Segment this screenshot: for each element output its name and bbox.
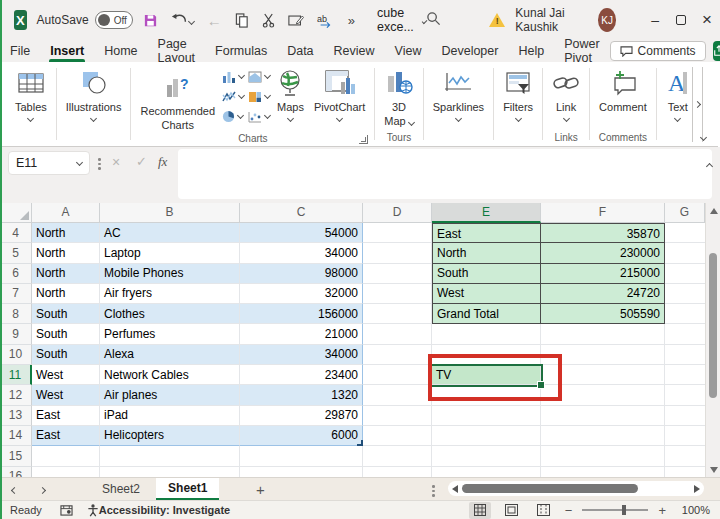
charts-dialog-launcher[interactable] — [359, 135, 368, 144]
column-header-d[interactable]: D — [363, 203, 432, 223]
cell[interactable]: AC — [100, 223, 240, 243]
excel-app-icon[interactable]: X — [14, 10, 27, 30]
cell[interactable] — [363, 264, 432, 284]
cell[interactable] — [100, 446, 240, 466]
cell[interactable]: Mobile Phones — [100, 264, 240, 284]
cell[interactable] — [100, 467, 240, 477]
row-header[interactable]: 15 — [0, 446, 32, 466]
scroll-up-icon[interactable] — [710, 208, 718, 214]
cell[interactable] — [363, 406, 432, 426]
tab-home[interactable]: Home — [94, 40, 147, 62]
cell[interactable]: North — [432, 243, 541, 263]
cell[interactable] — [363, 243, 432, 263]
cell[interactable] — [363, 426, 432, 446]
back-arrow-icon[interactable]: ← — [207, 12, 222, 29]
tab-review[interactable]: Review — [324, 40, 385, 62]
ribbon-overflow-strip[interactable] — [692, 67, 703, 142]
cell[interactable] — [363, 284, 432, 304]
link-button[interactable]: Link — [547, 65, 585, 123]
cell[interactable]: Alexa — [100, 345, 240, 365]
tab-page-layout[interactable]: Page Layout — [148, 40, 206, 62]
scatter-chart-button[interactable] — [246, 109, 272, 124]
cell[interactable] — [363, 324, 432, 344]
cell[interactable]: North — [32, 264, 100, 284]
sparklines-button[interactable]: Sparklines — [428, 65, 489, 146]
illustrations-button[interactable]: Illustrations — [61, 65, 127, 146]
cell[interactable]: 6000 — [240, 426, 363, 446]
row-header[interactable]: 13 — [0, 406, 32, 426]
cell[interactable] — [363, 385, 432, 405]
cell[interactable] — [363, 467, 432, 477]
save-icon[interactable] — [143, 13, 158, 28]
row-header-active[interactable]: 11 — [0, 365, 32, 385]
warning-icon[interactable]: ! — [489, 13, 505, 27]
cell[interactable]: South — [32, 324, 100, 344]
cell[interactable]: East — [32, 406, 100, 426]
cell[interactable]: 54000 — [240, 223, 363, 243]
cell[interactable] — [363, 223, 432, 243]
row-header[interactable]: 6 — [0, 264, 32, 284]
cell[interactable]: iPad — [100, 406, 240, 426]
horizontal-scrollbar-thumb[interactable] — [462, 484, 638, 493]
row-header[interactable]: 8 — [0, 304, 32, 324]
cell[interactable]: Perfumes — [100, 324, 240, 344]
cell[interactable] — [432, 446, 541, 466]
cell[interactable] — [665, 426, 705, 446]
cell[interactable]: 32000 — [240, 284, 363, 304]
share-button[interactable] — [713, 41, 720, 61]
cell[interactable]: 34000 — [240, 243, 363, 263]
vertical-scrollbar[interactable] — [705, 203, 720, 477]
cell[interactable]: 156000 — [240, 304, 363, 324]
tab-insert[interactable]: Insert — [40, 40, 94, 62]
cell[interactable]: 23400 — [240, 365, 363, 385]
previous-sheet-button[interactable] — [0, 478, 28, 500]
cell[interactable]: Helicopters — [100, 426, 240, 446]
cell[interactable] — [665, 304, 705, 324]
cell[interactable]: 98000 — [240, 264, 363, 284]
tab-developer[interactable]: Developer — [431, 40, 508, 62]
recommended-charts-button[interactable]: ? Recommended Charts — [135, 65, 220, 133]
tables-button[interactable]: Tables — [10, 65, 52, 146]
insert-function-icon[interactable]: fx — [158, 154, 167, 170]
cell[interactable]: South — [32, 345, 100, 365]
cell[interactable]: 24720 — [541, 284, 665, 304]
cell[interactable] — [363, 304, 432, 324]
scroll-left-icon[interactable] — [452, 485, 458, 493]
cell[interactable]: East — [32, 426, 100, 446]
scroll-right-icon[interactable] — [694, 485, 700, 493]
tab-help[interactable]: Help — [508, 40, 554, 62]
zoom-out-button[interactable]: − — [565, 503, 573, 518]
name-box[interactable]: E11 — [8, 151, 90, 175]
row-header[interactable]: 4 — [0, 223, 32, 243]
cell[interactable]: 230000 — [541, 243, 665, 263]
cut-icon[interactable] — [262, 13, 275, 28]
cell[interactable] — [665, 264, 705, 284]
cell[interactable] — [665, 324, 705, 344]
cell[interactable]: 505590 — [541, 304, 665, 324]
text-button[interactable]: A Text — [661, 65, 690, 146]
name-box-chevron-icon[interactable] — [76, 159, 83, 166]
maps-button[interactable]: Maps — [272, 65, 309, 123]
cell[interactable]: North — [32, 223, 100, 243]
more-commands-icon[interactable]: » — [348, 13, 355, 28]
cell[interactable] — [363, 446, 432, 466]
cell[interactable] — [665, 406, 705, 426]
scroll-down-icon[interactable] — [710, 467, 718, 473]
next-sheet-button[interactable] — [28, 478, 56, 500]
row-header[interactable]: 16 — [0, 467, 32, 477]
cell[interactable] — [541, 406, 665, 426]
row-header[interactable]: 9 — [0, 324, 32, 344]
line-chart-button[interactable] — [220, 89, 246, 104]
column-chart-button[interactable] — [220, 69, 246, 84]
enter-formula-icon[interactable]: ✓ — [136, 154, 147, 169]
cell[interactable]: West — [32, 385, 100, 405]
close-button[interactable]: × — [694, 0, 720, 40]
3d-map-button[interactable]: 3D Map — [379, 65, 418, 129]
cell[interactable]: Air fryers — [100, 284, 240, 304]
tab-data[interactable]: Data — [277, 40, 323, 62]
vertical-scrollbar-thumb[interactable] — [709, 253, 717, 398]
horizontal-scrollbar[interactable] — [448, 481, 704, 496]
cell[interactable]: Clothes — [100, 304, 240, 324]
cell[interactable] — [541, 446, 665, 466]
cell[interactable]: Network Cables — [100, 365, 240, 385]
